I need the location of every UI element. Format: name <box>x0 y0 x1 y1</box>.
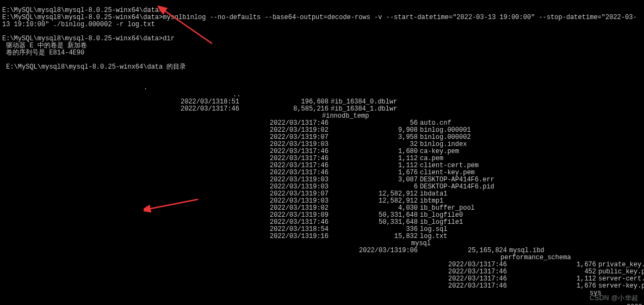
prompt-command: dir <box>163 35 175 42</box>
file-dir-flag: .2022/03/1319:03..2022/03/1318:51196,608… <box>61 78 100 305</box>
file-row: 2022/03/1317:46sys2022/03/1319:06testdb2… <box>448 290 457 305</box>
file-row: 2022/03/1317:46mysql2022/03/1319:0625,16… <box>270 240 278 305</box>
file-date: 2022/03/13 <box>181 106 216 113</box>
file-dir-flag: performance_schema2022/03/1317:461,676pr… <box>418 254 457 305</box>
file-size: 3,087 <box>368 176 418 184</box>
watermark-text: CSDN @小华超 <box>590 295 639 302</box>
terminal-output: E:\MySQL\mysql8\mysql-8.0.25-winx64\data… <box>0 0 644 305</box>
file-dir-flag: sys2022/03/1319:06testdb2022/03/1319:091… <box>507 290 546 305</box>
file-time: 19:06 <box>395 247 418 254</box>
file-name: server-key.pem <box>596 283 644 290</box>
file-row: 2022/03/1317:461,676server-key.pem <box>448 283 457 290</box>
prompt-prefix: E:\MySQL\mysql8\mysql-8.0.25-winx64\data… <box>2 35 163 42</box>
file-row: 2022/03/1319:1615,832log.txt <box>270 233 278 240</box>
file-row: 2022/03/1319:06testdb2022/03/1319:0916,7… <box>537 297 546 305</box>
file-name: . <box>141 84 147 91</box>
file-time: 19:16 <box>306 233 329 240</box>
file-row: 2022/03/1319:03.2022/03/1319:03..2022/03… <box>2 78 642 305</box>
serial-line: 卷的序列号是 E814-4E90 <box>2 49 84 57</box>
file-dir-flag: mysql2022/03/1319:0625,165,824mysql.ibd2… <box>329 240 368 305</box>
file-size: 8,585,216 <box>278 106 329 113</box>
file-time: 17:46 <box>484 283 507 290</box>
file-dir-flag: #innodb_temp2022/03/1317:4656auto.cnf202… <box>239 113 278 305</box>
file-row: 2022/03/1317:468,585,216#ib_16384_1.dblw… <box>181 106 189 113</box>
file-row: 2022/03/1319:0625,165,824mysql.ibd <box>359 247 368 254</box>
file-row: 2022/03/1319:03#innodb_temp2022/03/1317:… <box>181 113 189 305</box>
directory-path-line: E:\MySQL\mysql8\mysql-8.0.25-winx64\data… <box>2 63 186 71</box>
file-time: 17:46 <box>216 106 239 113</box>
prompt-prefix: E:\MySQL\mysql8\mysql-8.0.25-winx64\data… <box>2 14 163 21</box>
file-size: 25,165,824 <box>457 247 507 254</box>
file-date: 2022/03/13 <box>448 283 484 290</box>
file-listing: 2022/03/1319:03.2022/03/1319:03..2022/03… <box>2 78 642 305</box>
file-size: 1,676 <box>546 283 596 290</box>
file-name: performance_schema <box>498 254 571 261</box>
file-dir-flag: ..2022/03/1318:51196,608#ib_16384_0.dblw… <box>150 91 189 305</box>
file-date: 2022/03/13 <box>359 247 395 254</box>
prompt-line-2: E:\MySQL\mysql8\mysql-8.0.25-winx64\data… <box>2 35 175 42</box>
history-line: E:\MySQL\mysql8\mysql-8.0.25-winx64\data… <box>2 7 163 14</box>
prompt-line-1: E:\MySQL\mysql8\mysql-8.0.25-winx64\data… <box>2 14 637 28</box>
volume-line: 驱动器 E 中的卷是 新加卷 <box>2 42 87 50</box>
file-row: 2022/03/1317:46performance_schema2022/03… <box>359 254 368 305</box>
file-date: 2022/03/13 <box>270 233 306 240</box>
file-size: 15,832 <box>368 233 418 240</box>
file-row: 2022/03/1319:03..2022/03/1318:51196,608#… <box>91 91 100 305</box>
